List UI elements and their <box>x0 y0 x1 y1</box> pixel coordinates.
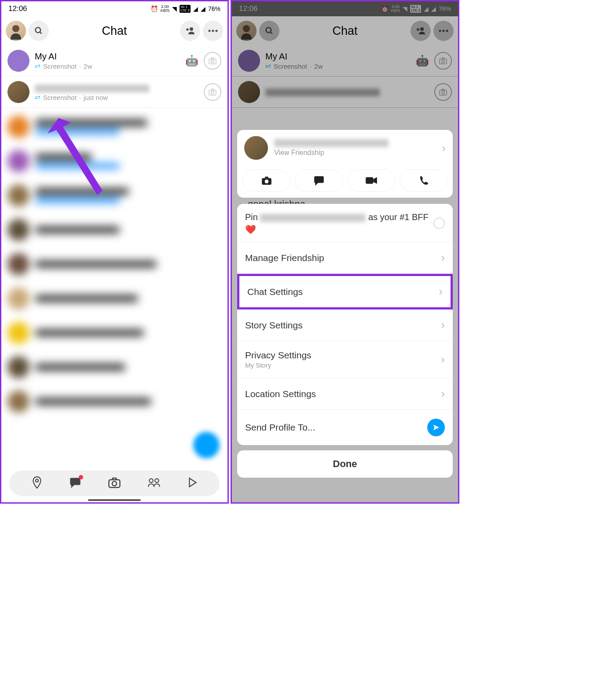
audio-call-button[interactable] <box>400 169 447 192</box>
profile-avatar[interactable] <box>6 21 26 41</box>
svg-point-6 <box>209 30 211 32</box>
svg-line-2 <box>40 32 42 34</box>
chat-name-blurred <box>35 83 198 93</box>
screenshot-icon: ⮂ <box>35 63 40 70</box>
more-button[interactable] <box>203 21 223 41</box>
chevron-right-icon: › <box>441 318 445 332</box>
compose-fab[interactable] <box>193 432 220 458</box>
pin-bff-option[interactable]: Pin as your #1 BFF ❤️ <box>237 204 453 242</box>
quick-actions <box>237 166 453 198</box>
svg-point-16 <box>149 479 153 482</box>
svg-point-12 <box>211 91 214 94</box>
location-settings-option[interactable]: Location Settings › <box>237 378 453 410</box>
status-bar: 12:06 ⏰ 2.00KB/S ◥ Vo 1LTE 2 ◢ ◢ 76% <box>1 1 227 16</box>
left-screenshot: 12:06 ⏰ 2.00KB/S ◥ Vo 1LTE 2 ◢ ◢ 76% Cha… <box>0 0 229 504</box>
signal-icon: ◢ <box>193 5 198 12</box>
add-friend-button[interactable] <box>180 21 200 41</box>
manage-friendship-option[interactable]: Manage Friendship › <box>237 242 453 274</box>
svg-point-15 <box>112 482 117 486</box>
camera-tab[interactable] <box>108 477 121 490</box>
blurred-chat-list <box>1 108 227 420</box>
chat-status: Screenshot <box>43 63 77 70</box>
chat-tab[interactable] <box>69 477 81 490</box>
alarm-icon: ⏰ <box>150 5 158 12</box>
signal-icon-2: ◢ <box>201 5 205 12</box>
svg-rect-33 <box>366 177 373 184</box>
friend-header[interactable]: View Friendship › <box>237 130 453 166</box>
robot-emoji: 🤖 <box>185 55 198 67</box>
svg-point-7 <box>212 30 214 32</box>
chat-button[interactable] <box>295 169 343 192</box>
snap-camera-button[interactable] <box>204 52 221 70</box>
video-call-button[interactable] <box>347 169 395 192</box>
chat-settings-option[interactable]: Chat Settings › <box>237 274 453 309</box>
story-settings-option[interactable]: Story Settings › <box>237 309 453 341</box>
send-profile-option[interactable]: Send Profile To... <box>237 410 453 445</box>
chevron-right-icon: › <box>439 285 443 298</box>
chat-status: Screenshot <box>43 94 77 101</box>
home-indicator <box>88 499 141 501</box>
svg-point-32 <box>264 180 268 184</box>
snap-camera-button[interactable] <box>204 83 221 101</box>
avatar <box>7 50 29 72</box>
svg-point-3 <box>190 27 193 31</box>
chat-item-friend[interactable]: ⮂ Screenshot · just now <box>1 77 227 108</box>
battery-percent: 76% <box>208 5 220 12</box>
chevron-right-icon: › <box>442 141 446 155</box>
svg-point-13 <box>36 479 38 482</box>
svg-point-17 <box>155 479 159 482</box>
network-speed: 2.00KB/S <box>161 5 170 13</box>
svg-point-10 <box>211 60 214 63</box>
screenshot-icon: ⮂ <box>35 94 40 101</box>
lte-badge: Vo 1LTE 2 <box>180 5 191 13</box>
friend-name-blurred <box>274 139 389 147</box>
search-button[interactable] <box>29 21 49 41</box>
send-icon <box>427 419 445 436</box>
svg-point-8 <box>216 30 218 32</box>
spotlight-tab[interactable] <box>187 477 198 490</box>
radio-unchecked-icon <box>433 217 445 229</box>
chevron-right-icon: › <box>441 387 445 401</box>
svg-point-1 <box>36 28 41 33</box>
chat-name: My AI <box>35 52 180 62</box>
chevron-right-icon: › <box>441 353 445 366</box>
wifi-icon: ◥ <box>172 5 177 12</box>
status-icons: ⏰ 2.00KB/S ◥ Vo 1LTE 2 ◢ ◢ 76% <box>150 5 220 13</box>
svg-point-0 <box>12 25 19 32</box>
chat-item-my-ai[interactable]: My AI ⮂ Screenshot · 2w 🤖 <box>1 45 227 77</box>
done-button[interactable]: Done <box>237 450 453 478</box>
chat-time: 2w <box>84 63 92 70</box>
friend-avatar <box>244 136 268 160</box>
notification-badge <box>79 475 83 479</box>
map-tab[interactable] <box>31 476 43 491</box>
bottom-nav <box>9 471 220 496</box>
chevron-right-icon: › <box>441 251 445 265</box>
chat-header: Chat <box>1 16 227 45</box>
avatar <box>7 81 29 103</box>
page-title: Chat <box>51 24 177 38</box>
action-sheet: View Friendship › <box>237 130 453 478</box>
stories-tab[interactable] <box>147 477 161 490</box>
status-time: 12:06 <box>8 4 27 13</box>
chat-time: just now <box>84 94 108 101</box>
settings-menu: Pin as your #1 BFF ❤️ Manage Friendship … <box>237 204 453 445</box>
view-friendship-link[interactable]: View Friendship <box>274 149 436 157</box>
privacy-settings-option[interactable]: Privacy Settings My Story › <box>237 341 453 378</box>
snap-button[interactable] <box>242 169 290 192</box>
right-screenshot: 12:06 ⏰ 3.00KB/S ◥ Vo 1LTE 2 ◢ ◢ 76% Cha… <box>231 0 459 504</box>
